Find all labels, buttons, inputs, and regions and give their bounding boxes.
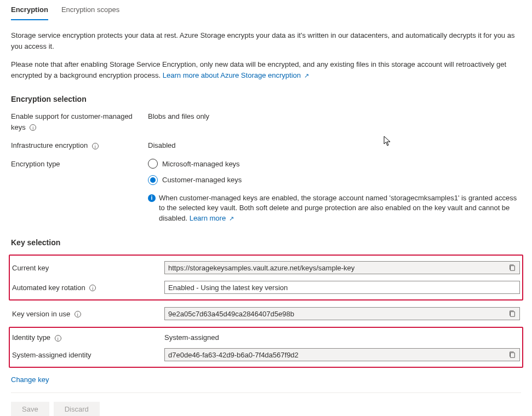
divider — [11, 392, 521, 393]
label-support-cmk: Enable support for customer-managed keys… — [11, 111, 148, 132]
change-key-link[interactable]: Change key — [11, 375, 49, 384]
info-icon[interactable]: i — [92, 143, 99, 149]
radio-icon-checked — [148, 175, 158, 185]
intro-text-1: Storage service encryption protects your… — [11, 30, 521, 51]
tab-encryption-scopes[interactable]: Encryption scopes — [61, 0, 119, 20]
label-infra-enc: Infrastructure encryption i — [11, 140, 148, 151]
intro-text-2: Please note that after enabling Storage … — [11, 59, 521, 80]
info-icon[interactable]: i — [75, 311, 81, 317]
svg-rect-1 — [511, 312, 515, 317]
info-icon[interactable]: i — [30, 124, 36, 131]
svg-rect-2 — [511, 353, 515, 358]
label-key-version: Key version in use i — [12, 310, 164, 318]
label-auto-rotation: Automated key rotation i — [12, 284, 164, 292]
copy-icon[interactable] — [508, 351, 516, 359]
radio-cmk-label: Customer-managed keys — [162, 175, 242, 186]
radio-ms-keys[interactable]: Microsoft-managed keys — [148, 159, 521, 170]
value-identity-type: System-assigned — [164, 333, 520, 342]
label-infra-enc-text: Infrastructure encryption — [11, 141, 88, 149]
value-support-cmk: Blobs and files only — [148, 111, 521, 122]
label-auto-rotation-text: Automated key rotation — [12, 284, 85, 292]
learn-more-cmk-label: Learn more — [190, 214, 226, 222]
external-link-icon: ↗ — [304, 72, 309, 79]
label-key-version-text: Key version in use — [12, 310, 70, 318]
save-button[interactable]: Save — [11, 402, 49, 416]
tabs: Encryption Encryption scopes — [11, 0, 521, 20]
encryption-type-radio-group: Microsoft-managed keys Customer-managed … — [148, 159, 521, 224]
field-sys-identity[interactable]: d7e0de46-fa63-42d9-b6a0-7f4da567f9d2 — [164, 348, 520, 361]
section-key-selection: Key selection — [11, 238, 521, 247]
copy-icon[interactable] — [508, 264, 516, 271]
field-current-key[interactable]: https://storagekeysamples.vault.azure.ne… — [164, 261, 520, 274]
learn-more-encryption-link[interactable]: Learn more about Azure Storage encryptio… — [163, 71, 309, 79]
radio-ms-keys-label: Microsoft-managed keys — [162, 159, 240, 170]
label-enc-type: Encryption type — [11, 159, 148, 170]
value-infra-enc: Disabled — [148, 140, 521, 151]
field-key-version[interactable]: 9e2a05c7d63a45d49ca2846407d5e98b — [164, 307, 520, 320]
highlight-box-1: Current key https://storagekeysamples.va… — [9, 255, 523, 301]
svg-rect-0 — [511, 266, 515, 271]
learn-more-cmk-link[interactable]: Learn more ↗ — [190, 214, 234, 222]
tab-encryption[interactable]: Encryption — [11, 0, 48, 20]
cmk-info-note: i When customer-managed keys are enabled… — [148, 193, 521, 224]
field-auto-rotation-value: Enabled - Using the latest key version — [168, 284, 516, 292]
label-current-key: Current key — [12, 264, 164, 272]
info-icon[interactable]: i — [89, 285, 96, 291]
discard-button[interactable]: Discard — [54, 402, 100, 416]
field-sys-identity-value: d7e0de46-fa63-42d9-b6a0-7f4da567f9d2 — [168, 351, 508, 359]
label-identity-type-text: Identity type — [12, 333, 50, 342]
info-icon[interactable]: i — [55, 335, 61, 342]
radio-cmk[interactable]: Customer-managed keys — [148, 175, 521, 186]
info-icon: i — [148, 194, 156, 202]
field-key-version-value: 9e2a05c7d63a45d49ca2846407d5e98b — [168, 310, 508, 318]
learn-more-encryption-link-label: Learn more about Azure Storage encryptio… — [163, 71, 301, 79]
field-auto-rotation[interactable]: Enabled - Using the latest key version — [164, 281, 520, 294]
radio-icon — [148, 159, 158, 169]
label-sys-identity: System-assigned identity — [12, 351, 164, 359]
copy-icon[interactable] — [508, 310, 516, 317]
section-encryption-selection: Encryption selection — [11, 95, 521, 103]
label-identity-type: Identity type i — [12, 333, 164, 342]
label-support-cmk-text: Enable support for customer-managed keys — [11, 112, 133, 131]
field-current-key-value: https://storagekeysamples.vault.azure.ne… — [168, 264, 508, 272]
highlight-box-2: Identity type i System-assigned System-a… — [9, 327, 523, 368]
external-link-icon: ↗ — [229, 215, 234, 222]
